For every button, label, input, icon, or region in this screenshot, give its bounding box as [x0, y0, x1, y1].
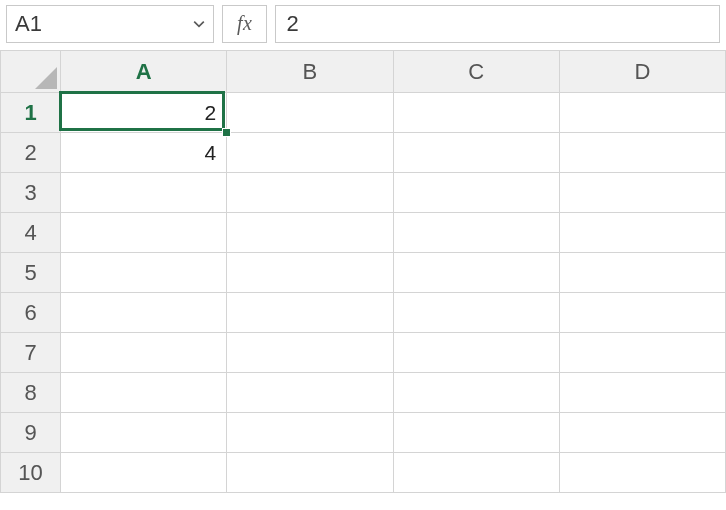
- cell-D4[interactable]: [559, 213, 725, 253]
- select-all-triangle-icon: [35, 67, 57, 89]
- cell-B7[interactable]: [227, 333, 393, 373]
- cell-C7[interactable]: [393, 333, 559, 373]
- cell-B3[interactable]: [227, 173, 393, 213]
- select-all-corner[interactable]: [1, 51, 61, 93]
- grid-table: A B C D 1224345678910: [0, 50, 726, 493]
- column-header-D[interactable]: D: [559, 51, 725, 93]
- column-header-row: A B C D: [1, 51, 726, 93]
- row-header-4[interactable]: 4: [1, 213, 61, 253]
- table-row: 3: [1, 173, 726, 213]
- table-row: 12: [1, 93, 726, 133]
- table-row: 9: [1, 413, 726, 453]
- row-header-2[interactable]: 2: [1, 133, 61, 173]
- cell-B4[interactable]: [227, 213, 393, 253]
- row-header-6[interactable]: 6: [1, 293, 61, 333]
- table-row: 4: [1, 213, 726, 253]
- cell-B6[interactable]: [227, 293, 393, 333]
- cell-D5[interactable]: [559, 253, 725, 293]
- table-row: 7: [1, 333, 726, 373]
- fill-handle[interactable]: [222, 128, 231, 137]
- column-header-A[interactable]: A: [61, 51, 227, 93]
- row-header-7[interactable]: 7: [1, 333, 61, 373]
- formula-input[interactable]: 2: [275, 5, 720, 43]
- cell-A2[interactable]: 4: [61, 133, 227, 173]
- cell-A5[interactable]: [61, 253, 227, 293]
- chevron-down-icon[interactable]: [191, 18, 207, 30]
- cell-D10[interactable]: [559, 453, 725, 493]
- cell-A8[interactable]: [61, 373, 227, 413]
- cell-A10[interactable]: [61, 453, 227, 493]
- cell-B5[interactable]: [227, 253, 393, 293]
- cell-C9[interactable]: [393, 413, 559, 453]
- row-header-10[interactable]: 10: [1, 453, 61, 493]
- table-row: 5: [1, 253, 726, 293]
- fx-icon: fx: [237, 12, 252, 35]
- cell-D2[interactable]: [559, 133, 725, 173]
- cell-B1[interactable]: [227, 93, 393, 133]
- cell-C1[interactable]: [393, 93, 559, 133]
- table-row: 24: [1, 133, 726, 173]
- cell-D1[interactable]: [559, 93, 725, 133]
- cell-C10[interactable]: [393, 453, 559, 493]
- cell-C4[interactable]: [393, 213, 559, 253]
- cell-D8[interactable]: [559, 373, 725, 413]
- cell-A6[interactable]: [61, 293, 227, 333]
- cell-A7[interactable]: [61, 333, 227, 373]
- cell-C6[interactable]: [393, 293, 559, 333]
- row-header-1[interactable]: 1: [1, 93, 61, 133]
- row-header-9[interactable]: 9: [1, 413, 61, 453]
- cell-D9[interactable]: [559, 413, 725, 453]
- cell-A9[interactable]: [61, 413, 227, 453]
- cell-C5[interactable]: [393, 253, 559, 293]
- row-header-5[interactable]: 5: [1, 253, 61, 293]
- table-row: 8: [1, 373, 726, 413]
- cell-D7[interactable]: [559, 333, 725, 373]
- cell-B10[interactable]: [227, 453, 393, 493]
- cell-D6[interactable]: [559, 293, 725, 333]
- table-row: 10: [1, 453, 726, 493]
- cell-B8[interactable]: [227, 373, 393, 413]
- cell-C2[interactable]: [393, 133, 559, 173]
- formula-bar: A1 fx 2: [0, 0, 726, 50]
- formula-input-value: 2: [286, 11, 298, 37]
- cell-A3[interactable]: [61, 173, 227, 213]
- cell-B2[interactable]: [227, 133, 393, 173]
- column-header-B[interactable]: B: [227, 51, 393, 93]
- cell-A1[interactable]: 2: [61, 93, 227, 133]
- name-box-value: A1: [15, 11, 191, 37]
- spreadsheet-grid[interactable]: A B C D 1224345678910: [0, 50, 726, 493]
- name-box[interactable]: A1: [6, 5, 214, 43]
- cell-C3[interactable]: [393, 173, 559, 213]
- row-header-8[interactable]: 8: [1, 373, 61, 413]
- cell-B9[interactable]: [227, 413, 393, 453]
- cell-D3[interactable]: [559, 173, 725, 213]
- row-header-3[interactable]: 3: [1, 173, 61, 213]
- table-row: 6: [1, 293, 726, 333]
- column-header-C[interactable]: C: [393, 51, 559, 93]
- cell-C8[interactable]: [393, 373, 559, 413]
- insert-function-button[interactable]: fx: [222, 5, 267, 43]
- cell-A4[interactable]: [61, 213, 227, 253]
